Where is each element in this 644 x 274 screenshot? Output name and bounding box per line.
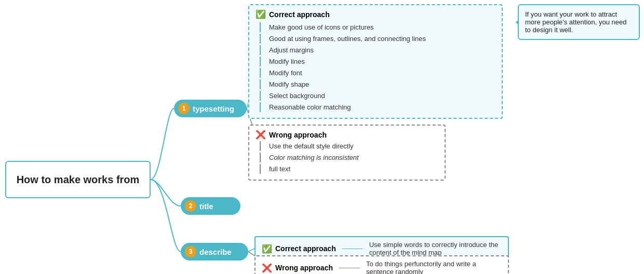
root-node: How to make works from <box>5 161 151 198</box>
list-item: Modify font <box>260 68 495 78</box>
wrong-describe-desc: To do things perfunctorily and write a s… <box>366 260 502 274</box>
branch-title[interactable]: 2 title <box>181 197 240 215</box>
correct-typesetting-label: ✅ Correct approach <box>256 9 495 19</box>
describe-badge: 3 <box>185 246 196 257</box>
callout-text: If you want your work to attract more pe… <box>525 10 626 34</box>
list-item: Use the default style directly <box>260 141 438 151</box>
wrong-describe-box: ❌ Wrong approach To do things perfunctor… <box>254 255 509 274</box>
correct-icon: ✅ <box>256 9 266 19</box>
wrong-typesetting-label: ❌ Wrong approach <box>256 130 438 140</box>
correct-typesetting-box: ✅ Correct approach Make good use of icon… <box>248 4 503 119</box>
wrong-typesetting-text: Wrong approach <box>269 131 327 139</box>
callout-box: If you want your work to attract more pe… <box>518 4 640 40</box>
wrong-describe-text: Wrong approach <box>275 264 333 272</box>
correct-typesetting-items: Make good use of icons or pictures Good … <box>256 22 495 112</box>
list-item: Modify shape <box>260 79 495 89</box>
typesetting-badge: 1 <box>178 103 190 114</box>
title-badge: 2 <box>185 200 196 212</box>
list-item: Make good use of icons or pictures <box>260 22 495 32</box>
correct-describe-icon: ✅ <box>262 244 272 254</box>
branch-typesetting[interactable]: 1 typesetting <box>174 100 247 117</box>
correct-describe-desc: Use simple words to correctly introduce … <box>369 241 502 256</box>
describe-label: describe <box>199 248 232 256</box>
list-item: Reasonable color matching <box>260 102 495 112</box>
wrong-typesetting-items: Use the default style directly Color mat… <box>256 141 438 174</box>
wrong-typesetting-box: ❌ Wrong approach Use the default style d… <box>248 125 446 181</box>
list-item: full text <box>260 164 438 174</box>
correct-describe-label: ✅ Correct approach <box>262 244 336 254</box>
correct-describe-text: Correct approach <box>275 244 336 253</box>
typesetting-label: typesetting <box>193 104 234 113</box>
wrong-icon: ❌ <box>256 130 266 140</box>
wrong-describe-icon: ❌ <box>262 263 272 273</box>
mindmap-container: How to make works from 1 typesetting 2 t… <box>0 0 644 274</box>
list-item: Color matching is inconsistent <box>260 153 438 162</box>
list-item: Modify lines <box>260 57 495 66</box>
root-label: How to make works from <box>17 174 140 186</box>
list-item: Good at using frames, outlines, and conn… <box>260 34 495 44</box>
branch-describe[interactable]: 3 describe <box>181 243 248 261</box>
list-item: Select background <box>260 91 495 101</box>
list-item: Adjust margins <box>260 45 495 55</box>
wrong-describe-label: ❌ Wrong approach <box>262 263 333 273</box>
title-label: title <box>199 202 213 211</box>
correct-typesetting-text: Correct approach <box>269 10 330 19</box>
